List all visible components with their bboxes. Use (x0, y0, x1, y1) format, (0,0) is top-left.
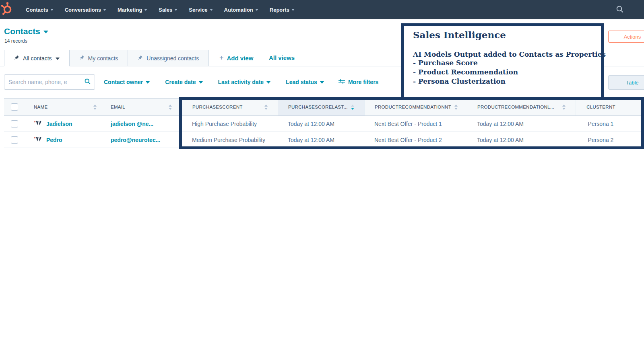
table-header-row: NAME EMAIL PURCHASESCORENT PURCHASESCORE… (4, 98, 644, 116)
sales-intelligence-annotation: Sales Intelligence AI Models Output adde… (401, 23, 604, 100)
annotation-bullet: - Purchase Score (413, 58, 597, 68)
tab-all-contacts[interactable]: All contacts (4, 50, 70, 66)
tab-label: All contacts (23, 55, 52, 62)
search-icon[interactable] (84, 78, 91, 86)
cluster-cell: Persona 2 (576, 132, 626, 148)
last-activity-date-dropdown[interactable]: Last activity date (218, 79, 271, 85)
column-header-email[interactable]: EMAIL (101, 99, 182, 115)
contact-email-link[interactable]: pedro@neurotec... (111, 137, 160, 143)
nav-item-service[interactable]: Service (189, 7, 213, 13)
create-date-dropdown[interactable]: Create date (165, 79, 202, 85)
tab-unassigned-contacts[interactable]: Unassigned contacts (128, 50, 209, 66)
sort-icon (264, 105, 268, 110)
chevron-down-icon (174, 9, 178, 11)
nav-item-label: Service (189, 7, 207, 13)
sort-icon (454, 105, 458, 110)
contact-name-link[interactable]: Pedro (46, 137, 62, 143)
select-all-checkbox[interactable] (11, 103, 18, 111)
chevron-down-icon (43, 31, 48, 33)
actions-button-label: Actions (624, 34, 641, 40)
all-views-link[interactable]: All views (269, 54, 295, 61)
product-recommendation-last-cell: Today at 12:00 AM (467, 116, 576, 132)
hubspot-logo-icon[interactable] (1, 2, 15, 18)
nav-item-conversations[interactable]: Conversations (65, 7, 106, 13)
view-tabs: All contacts My contacts Unassigned cont… (4, 50, 209, 66)
more-filters-label: More filters (348, 79, 378, 85)
nav-menu: Contacts Conversations Marketing Sales S… (26, 7, 295, 13)
chevron-down-icon (291, 9, 295, 11)
sort-icon (169, 105, 172, 110)
dropdown-label: Create date (165, 79, 196, 85)
product-recommendation-cell: Next Best Offer - Product 2 (364, 132, 467, 148)
record-count: 14 records (4, 38, 27, 44)
search-input[interactable] (4, 79, 84, 85)
column-header-productrecommendationnt[interactable]: PRODUCTRECOMMENDATIONNT (364, 99, 467, 115)
nav-item-sales[interactable]: Sales (159, 7, 178, 13)
column-header-overflow (626, 99, 644, 115)
nav-item-contacts[interactable]: Contacts (26, 7, 54, 13)
tab-label: My contacts (88, 55, 118, 62)
row-checkbox[interactable] (11, 136, 18, 144)
search-box (4, 74, 95, 90)
chevron-down-icon (56, 58, 60, 60)
row-checkbox[interactable] (11, 120, 18, 128)
filter-bar: Contact owner Create date Last activity … (4, 74, 378, 90)
pin-icon (79, 55, 85, 62)
sliders-icon (339, 79, 345, 86)
more-filters-button[interactable]: More filters (339, 79, 378, 86)
chevron-down-icon (199, 81, 203, 84)
table-row: Pedro pedro@neurotec... Medium Purchase … (4, 132, 644, 148)
pin-icon (14, 55, 19, 62)
company-logo-icon (34, 136, 42, 143)
column-label: PRODUCTRECOMMENDATIONL... (477, 105, 554, 109)
sort-icon (93, 105, 97, 110)
page-title-text: Contacts (4, 27, 40, 36)
annotation-bullet: - Product Recommendation (413, 68, 597, 77)
column-header-purchasescorent[interactable]: PURCHASESCORENT (182, 99, 278, 115)
contact-owner-dropdown[interactable]: Contact owner (104, 79, 150, 85)
column-header-purchasescorelast[interactable]: PURCHASESCORELAST... (278, 99, 364, 115)
annotation-title: Sales Intelligence (413, 29, 597, 40)
nav-item-marketing[interactable]: Marketing (118, 7, 147, 13)
add-view-button[interactable]: + Add view (219, 54, 253, 62)
table-view-button[interactable]: Table (608, 75, 644, 90)
dropdown-label: Lead status (286, 79, 317, 85)
email-cell: pedro@neurotec... (101, 132, 182, 148)
purchase-score-cell: High Purchase Probability (182, 116, 278, 132)
nav-item-automation[interactable]: Automation (224, 7, 258, 13)
lead-status-dropdown[interactable]: Lead status (286, 79, 324, 85)
tab-label: Unassigned contacts (147, 55, 199, 62)
filter-dropdowns: Contact owner Create date Last activity … (104, 79, 324, 85)
column-header-productrecommendationl[interactable]: PRODUCTRECOMMENDATIONL... (467, 99, 576, 115)
contact-name-link[interactable]: Jadielson (46, 121, 72, 127)
nav-item-label: Marketing (118, 7, 142, 13)
chevron-down-icon (144, 9, 147, 11)
contact-email-link[interactable]: jadielson @ne... (111, 121, 153, 127)
chevron-down-icon (210, 9, 213, 11)
purchase-score-cell: Medium Purchase Probability (182, 132, 278, 148)
table-view-label: Table (626, 80, 638, 86)
all-views-label: All views (269, 54, 295, 61)
annotation-bullet: - Persona Clusterization (413, 77, 597, 86)
column-label: CLUSTERNT (586, 105, 615, 109)
column-header-clusternt[interactable]: CLUSTERNT (576, 99, 626, 115)
nav-item-label: Reports (270, 7, 289, 13)
tab-my-contacts[interactable]: My contacts (70, 50, 128, 66)
product-recommendation-cell: Next Best Offer - Product 1 (364, 116, 467, 132)
dropdown-label: Last activity date (218, 79, 264, 85)
page-title[interactable]: Contacts (4, 27, 48, 36)
add-view-label: Add view (227, 55, 254, 62)
actions-button[interactable]: Actions (608, 31, 644, 43)
name-cell: Pedro (25, 132, 101, 148)
nav-item-reports[interactable]: Reports (270, 7, 295, 13)
page: Contacts Conversations Marketing Sales S… (0, 0, 644, 362)
chevron-down-icon (320, 81, 324, 84)
search-icon[interactable] (616, 5, 624, 15)
overflow-cell (626, 116, 644, 132)
column-header-name[interactable]: NAME (25, 99, 101, 115)
select-all-cell (4, 99, 25, 115)
chevron-down-icon (266, 81, 270, 84)
plus-icon: + (219, 54, 224, 62)
cluster-cell: Persona 1 (576, 116, 626, 132)
column-label: PRODUCTRECOMMENDATIONNT (375, 105, 451, 109)
